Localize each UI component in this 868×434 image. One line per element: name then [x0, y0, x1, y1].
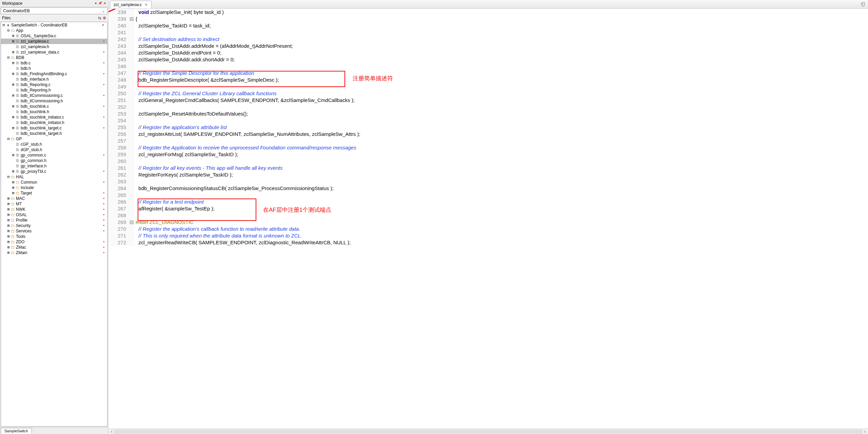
code-line[interactable] — [134, 63, 868, 70]
tree-item[interactable]: ⊞🗀OSAL• — [1, 212, 107, 218]
pin-icon[interactable]: 📌 — [98, 1, 102, 5]
tree-item[interactable]: 🗎cGP_stub.h — [1, 142, 107, 147]
code-line[interactable]: // Register the application's callback f… — [134, 226, 868, 232]
code-line[interactable]: // Register for all key events - This ap… — [134, 165, 868, 171]
code-line[interactable]: // Set destination address to indirect — [134, 36, 868, 43]
workspace-tab[interactable]: SampleSwitch — [1, 428, 32, 434]
code-line[interactable] — [134, 104, 868, 110]
tree-item[interactable]: 🗎bdb_touchlink_initiator.h — [1, 120, 107, 125]
editor-hscrollbar[interactable]: ‹ › — [108, 429, 868, 434]
tree-item[interactable]: ⊞🗀Security• — [1, 223, 107, 228]
close-icon[interactable]: ✕ — [103, 1, 106, 5]
config-dropdown[interactable]: CoordinatorEB ⌄ — [1, 7, 107, 14]
code-line[interactable] — [134, 192, 868, 199]
code-line[interactable]: zcl_registerForMsg( zclSampleSw_TaskID )… — [134, 151, 868, 158]
code-line[interactable]: RegisterForKeys( zclSampleSw_TaskID ); — [134, 171, 868, 178]
tree-item[interactable]: ⊞🗎gp_common.c• — [1, 152, 107, 158]
tree-item[interactable]: ⊞🗎bdb_tlCommissioning.c• — [1, 93, 107, 98]
code-line[interactable] — [134, 29, 868, 36]
code-line[interactable]: afRegister( &sampleSw_TestEp ); — [134, 205, 868, 212]
code-line[interactable]: zclSampleSw_DstAddr.addrMode = (afAddrMo… — [134, 43, 868, 49]
tree-twisty-icon[interactable]: ⊞ — [6, 234, 11, 239]
tree-item[interactable]: ⊞🗎bdb_touchlink_target.c• — [1, 125, 107, 131]
code-line[interactable]: // Register for a test endpoint — [134, 199, 868, 205]
code-line[interactable]: zcl_registerReadWriteCB( SAMPLESW_ENDPOI… — [134, 239, 868, 246]
tree-item[interactable]: ⊟🗀GP — [1, 136, 107, 142]
tree-item[interactable]: 🗎gp_interface.h — [1, 163, 107, 169]
tree-item[interactable]: ⊞🗎bdb.c• — [1, 60, 107, 66]
code-line[interactable]: zclSampleSw_DstAddr.endPoint = 0; — [134, 49, 868, 56]
tree-item[interactable]: 🗎bdb_Reporting.h — [1, 87, 107, 93]
tree-twisty-icon[interactable]: ⊞ — [6, 223, 11, 228]
tree-twisty-icon[interactable]: ⊞ — [11, 185, 15, 190]
tree-item[interactable]: 🗎bdb.h — [1, 66, 107, 71]
tree-item[interactable]: 🗎zcl_samplesw.h — [1, 44, 107, 49]
tree-twisty-icon[interactable]: ⊞ — [11, 60, 15, 66]
tree-twisty-icon[interactable]: ⊞ — [11, 82, 15, 87]
file-tree[interactable]: ⊟●SampleSwitch - CoordinatorEB✔⊟🗀App⊞🗎OS… — [1, 22, 107, 427]
tree-twisty-icon[interactable]: ⊞ — [6, 207, 11, 212]
fold-gutter[interactable]: ⊟ — [129, 219, 134, 226]
tree-item[interactable]: ⊞🗀Target• — [1, 190, 107, 196]
tree-twisty-icon[interactable]: ⊞ — [6, 201, 11, 207]
tree-twisty-icon[interactable]: ⊟ — [2, 22, 6, 28]
tree-twisty-icon[interactable]: ⊞ — [6, 228, 11, 234]
fold-gutter[interactable]: ⊟ — [129, 16, 134, 22]
tree-action-icon[interactable]: ⇆ — [98, 16, 101, 20]
code-line[interactable]: bdb_RegisterCommissioningStatusCB( zclSa… — [134, 185, 868, 192]
tree-item[interactable]: ⊞🗎zcl_samplesw.c• — [1, 39, 107, 44]
scroll-right-icon[interactable]: › — [863, 429, 867, 434]
tree-item[interactable]: 🗎dGP_stub.h — [1, 147, 107, 152]
tree-remove-icon[interactable]: ⊗ — [103, 16, 106, 20]
code-line[interactable]: zclSampleSw_TaskID = task_id; — [134, 22, 868, 29]
tree-twisty-icon[interactable]: ⊞ — [6, 196, 11, 201]
tree-twisty-icon[interactable]: ⊞ — [6, 218, 11, 223]
tree-item[interactable]: 🗎gp_common.h — [1, 158, 107, 163]
tree-item[interactable]: 🗎bdb_tlCommissioning.h — [1, 98, 107, 104]
code-line[interactable] — [134, 117, 868, 124]
tree-item[interactable]: ⊟●SampleSwitch - CoordinatorEB✔ — [1, 22, 107, 28]
tree-twisty-icon[interactable]: ⊞ — [6, 250, 11, 255]
code-line[interactable]: zclSampleSw_ResetAttributesToDefaultValu… — [134, 110, 868, 117]
code-line[interactable] — [134, 158, 868, 165]
tree-item[interactable]: ⊟🗀HAL — [1, 174, 107, 180]
tree-item[interactable]: ⊞🗀NWK• — [1, 207, 107, 212]
code-line[interactable]: { — [134, 16, 868, 22]
tree-twisty-icon[interactable]: ⊞ — [6, 212, 11, 218]
tree-twisty-icon[interactable]: ⊞ — [11, 33, 15, 39]
tree-item[interactable]: ⊞🗀Include — [1, 185, 107, 190]
tree-item[interactable]: ⊞🗀Services• — [1, 228, 107, 234]
tree-twisty-icon[interactable]: ⊟ — [6, 55, 11, 60]
code-line[interactable]: bdb_RegisterSimpleDescriptor( &zclSample… — [134, 77, 868, 83]
tree-item[interactable]: ⊞🗀MAC• — [1, 196, 107, 201]
tree-item[interactable]: ⊟🗀BDB — [1, 55, 107, 60]
code-line[interactable]: // Register the Simple Descriptor for th… — [134, 70, 868, 77]
tree-twisty-icon[interactable]: ⊞ — [11, 93, 15, 98]
dropdown-icon[interactable]: ▾ — [95, 1, 97, 5]
tree-twisty-icon[interactable]: ⊞ — [11, 152, 15, 158]
tree-item[interactable]: ⊞🗎OSAL_SampleSw.c — [1, 33, 107, 39]
code-scroll[interactable]: 238 void zclSampleSw_Init( byte task_id … — [108, 9, 868, 429]
tree-item[interactable]: ⊞🗀Common• — [1, 180, 107, 185]
tree-twisty-icon[interactable]: ⊞ — [11, 125, 15, 131]
tree-item[interactable]: ⊞🗎bdb_touchlink_initiator.c• — [1, 115, 107, 120]
tree-twisty-icon[interactable]: ⊞ — [11, 71, 15, 77]
editor-tab-active[interactable]: zcl_samplesw.c ✕ — [110, 1, 152, 8]
tree-twisty-icon[interactable]: ⊞ — [11, 115, 15, 120]
code-line[interactable] — [134, 178, 868, 185]
tree-item[interactable]: ⊞🗀Tools — [1, 234, 107, 239]
tree-item[interactable]: ⊞🗀ZMain• — [1, 250, 107, 255]
code-line[interactable]: zclSampleSw_DstAddr.addr.shortAddr = 0; — [134, 56, 868, 63]
code-line[interactable] — [134, 138, 868, 144]
tree-item[interactable]: ⊞🗀Profile• — [1, 218, 107, 223]
tree-twisty-icon[interactable]: ⊟ — [6, 136, 11, 142]
code-line[interactable] — [134, 83, 868, 90]
code-line[interactable]: void zclSampleSw_Init( byte task_id ) — [134, 9, 868, 16]
tree-item[interactable]: 🗎bdb_interface.h — [1, 77, 107, 82]
tree-twisty-icon[interactable]: ⊞ — [6, 239, 11, 245]
tree-item[interactable]: ⊞🗀ZMac• — [1, 245, 107, 250]
tree-item[interactable]: 🗎bdb_touchlink_target.h — [1, 131, 107, 136]
tree-twisty-icon[interactable]: ⊞ — [11, 190, 15, 196]
tree-twisty-icon[interactable]: ⊞ — [11, 169, 15, 174]
code-line[interactable]: #ifdef ZCL_DIAGNOSTIC — [134, 219, 868, 226]
